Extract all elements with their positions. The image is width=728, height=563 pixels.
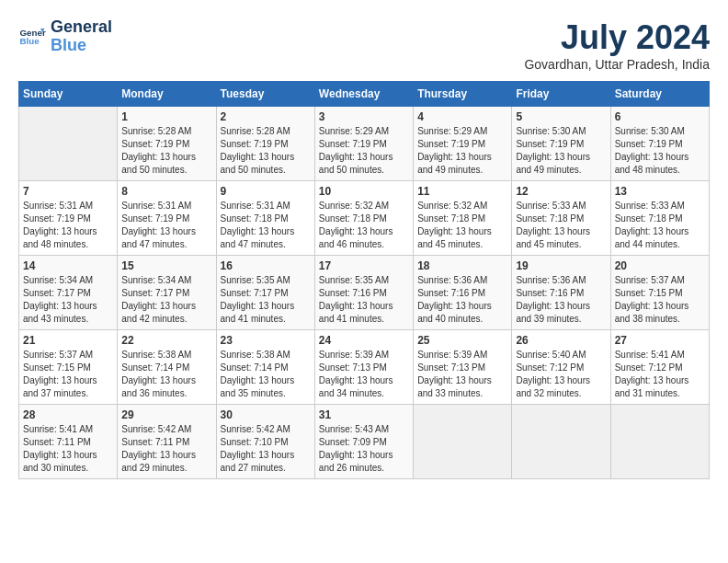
day-number: 3 (319, 110, 409, 123)
calendar-cell: 4Sunrise: 5:29 AM Sunset: 7:19 PM Daylig… (414, 107, 512, 181)
day-number: 11 (417, 185, 507, 198)
day-content: Sunrise: 5:33 AM Sunset: 7:18 PM Dayligh… (516, 200, 606, 251)
day-number: 21 (23, 334, 113, 347)
calendar-cell: 9Sunrise: 5:31 AM Sunset: 7:18 PM Daylig… (216, 181, 314, 256)
month-year: July 2024 (524, 18, 710, 57)
day-content: Sunrise: 5:32 AM Sunset: 7:18 PM Dayligh… (417, 200, 507, 251)
day-content: Sunrise: 5:30 AM Sunset: 7:19 PM Dayligh… (516, 125, 606, 177)
calendar-cell: 16Sunrise: 5:35 AM Sunset: 7:17 PM Dayli… (216, 256, 314, 330)
week-row-1: 1Sunrise: 5:28 AM Sunset: 7:19 PM Daylig… (19, 107, 710, 181)
day-number: 4 (417, 110, 507, 123)
day-number: 12 (516, 185, 606, 198)
calendar-cell: 21Sunrise: 5:37 AM Sunset: 7:15 PM Dayli… (19, 330, 118, 405)
calendar-cell (610, 405, 709, 479)
calendar-cell: 15Sunrise: 5:34 AM Sunset: 7:17 PM Dayli… (118, 256, 216, 330)
calendar-cell: 28Sunrise: 5:41 AM Sunset: 7:11 PM Dayli… (19, 405, 118, 479)
day-number: 26 (516, 334, 606, 347)
day-content: Sunrise: 5:38 AM Sunset: 7:14 PM Dayligh… (121, 349, 211, 400)
calendar-cell: 25Sunrise: 5:39 AM Sunset: 7:13 PM Dayli… (414, 330, 512, 405)
calendar-cell: 10Sunrise: 5:32 AM Sunset: 7:18 PM Dayli… (314, 181, 413, 256)
day-number: 22 (121, 334, 211, 347)
day-content: Sunrise: 5:32 AM Sunset: 7:18 PM Dayligh… (319, 200, 409, 251)
calendar-cell: 31Sunrise: 5:43 AM Sunset: 7:09 PM Dayli… (314, 405, 413, 479)
day-number: 15 (121, 259, 211, 272)
day-content: Sunrise: 5:35 AM Sunset: 7:17 PM Dayligh… (221, 274, 311, 326)
day-number: 6 (615, 110, 705, 123)
day-number: 24 (319, 334, 409, 347)
day-number: 18 (417, 259, 507, 272)
day-content: Sunrise: 5:34 AM Sunset: 7:17 PM Dayligh… (121, 274, 211, 326)
day-header-tuesday: Tuesday (216, 82, 314, 107)
calendar-cell (19, 107, 118, 181)
location: Govardhan, Uttar Pradesh, India (524, 57, 710, 72)
day-number: 8 (121, 185, 211, 198)
page-header: General Blue GeneralBlue July 2024 Govar… (18, 18, 710, 72)
week-row-3: 14Sunrise: 5:34 AM Sunset: 7:17 PM Dayli… (19, 256, 710, 330)
calendar-cell: 26Sunrise: 5:40 AM Sunset: 7:12 PM Dayli… (512, 330, 610, 405)
calendar-cell: 29Sunrise: 5:42 AM Sunset: 7:11 PM Dayli… (118, 405, 216, 479)
day-number: 17 (319, 259, 409, 272)
day-number: 29 (121, 408, 211, 421)
day-content: Sunrise: 5:38 AM Sunset: 7:14 PM Dayligh… (221, 349, 311, 400)
day-content: Sunrise: 5:41 AM Sunset: 7:12 PM Dayligh… (615, 349, 705, 400)
day-content: Sunrise: 5:39 AM Sunset: 7:13 PM Dayligh… (417, 349, 507, 400)
day-number: 7 (23, 185, 113, 198)
day-content: Sunrise: 5:42 AM Sunset: 7:11 PM Dayligh… (121, 423, 211, 475)
calendar-cell (414, 405, 512, 479)
day-content: Sunrise: 5:43 AM Sunset: 7:09 PM Dayligh… (319, 423, 409, 475)
calendar-cell: 23Sunrise: 5:38 AM Sunset: 7:14 PM Dayli… (216, 330, 314, 405)
header-row: SundayMondayTuesdayWednesdayThursdayFrid… (19, 82, 710, 107)
day-number: 2 (221, 110, 311, 123)
calendar-cell: 11Sunrise: 5:32 AM Sunset: 7:18 PM Dayli… (414, 181, 512, 256)
day-content: Sunrise: 5:31 AM Sunset: 7:19 PM Dayligh… (23, 200, 113, 251)
day-number: 25 (417, 334, 507, 347)
day-content: Sunrise: 5:30 AM Sunset: 7:19 PM Dayligh… (615, 125, 705, 177)
title-block: July 2024 Govardhan, Uttar Pradesh, Indi… (524, 18, 710, 72)
day-number: 23 (221, 334, 311, 347)
calendar-cell: 20Sunrise: 5:37 AM Sunset: 7:15 PM Dayli… (610, 256, 709, 330)
day-content: Sunrise: 5:29 AM Sunset: 7:19 PM Dayligh… (319, 125, 409, 177)
calendar-table: SundayMondayTuesdayWednesdayThursdayFrid… (18, 81, 710, 479)
calendar-cell (512, 405, 610, 479)
day-content: Sunrise: 5:36 AM Sunset: 7:16 PM Dayligh… (417, 274, 507, 326)
day-content: Sunrise: 5:35 AM Sunset: 7:16 PM Dayligh… (319, 274, 409, 326)
calendar-cell: 27Sunrise: 5:41 AM Sunset: 7:12 PM Dayli… (610, 330, 709, 405)
day-number: 9 (221, 185, 311, 198)
day-number: 31 (319, 408, 409, 421)
calendar-cell: 30Sunrise: 5:42 AM Sunset: 7:10 PM Dayli… (216, 405, 314, 479)
day-number: 19 (516, 259, 606, 272)
calendar-cell: 24Sunrise: 5:39 AM Sunset: 7:13 PM Dayli… (314, 330, 413, 405)
calendar-cell: 19Sunrise: 5:36 AM Sunset: 7:16 PM Dayli… (512, 256, 610, 330)
logo: General Blue GeneralBlue (18, 18, 112, 55)
calendar-cell: 22Sunrise: 5:38 AM Sunset: 7:14 PM Dayli… (118, 330, 216, 405)
day-number: 30 (221, 408, 311, 421)
week-row-5: 28Sunrise: 5:41 AM Sunset: 7:11 PM Dayli… (19, 405, 710, 479)
calendar-cell: 18Sunrise: 5:36 AM Sunset: 7:16 PM Dayli… (414, 256, 512, 330)
day-header-wednesday: Wednesday (314, 82, 413, 107)
day-header-friday: Friday (512, 82, 610, 107)
calendar-cell: 12Sunrise: 5:33 AM Sunset: 7:18 PM Dayli… (512, 181, 610, 256)
calendar-cell: 14Sunrise: 5:34 AM Sunset: 7:17 PM Dayli… (19, 256, 118, 330)
svg-text:Blue: Blue (20, 35, 40, 45)
calendar-cell: 2Sunrise: 5:28 AM Sunset: 7:19 PM Daylig… (216, 107, 314, 181)
logo-icon: General Blue (18, 23, 46, 51)
calendar-cell: 1Sunrise: 5:28 AM Sunset: 7:19 PM Daylig… (118, 107, 216, 181)
calendar-cell: 7Sunrise: 5:31 AM Sunset: 7:19 PM Daylig… (19, 181, 118, 256)
day-number: 5 (516, 110, 606, 123)
day-content: Sunrise: 5:42 AM Sunset: 7:10 PM Dayligh… (221, 423, 311, 475)
day-number: 10 (319, 185, 409, 198)
day-number: 27 (615, 334, 705, 347)
day-content: Sunrise: 5:39 AM Sunset: 7:13 PM Dayligh… (319, 349, 409, 400)
day-content: Sunrise: 5:33 AM Sunset: 7:18 PM Dayligh… (615, 200, 705, 251)
calendar-cell: 13Sunrise: 5:33 AM Sunset: 7:18 PM Dayli… (610, 181, 709, 256)
week-row-4: 21Sunrise: 5:37 AM Sunset: 7:15 PM Dayli… (19, 330, 710, 405)
calendar-cell: 6Sunrise: 5:30 AM Sunset: 7:19 PM Daylig… (610, 107, 709, 181)
day-content: Sunrise: 5:41 AM Sunset: 7:11 PM Dayligh… (23, 423, 113, 475)
calendar-cell: 3Sunrise: 5:29 AM Sunset: 7:19 PM Daylig… (314, 107, 413, 181)
day-content: Sunrise: 5:37 AM Sunset: 7:15 PM Dayligh… (23, 349, 113, 400)
day-number: 16 (221, 259, 311, 272)
day-content: Sunrise: 5:28 AM Sunset: 7:19 PM Dayligh… (121, 125, 211, 177)
day-number: 14 (23, 259, 113, 272)
logo-text: GeneralBlue (51, 18, 112, 55)
day-number: 28 (23, 408, 113, 421)
